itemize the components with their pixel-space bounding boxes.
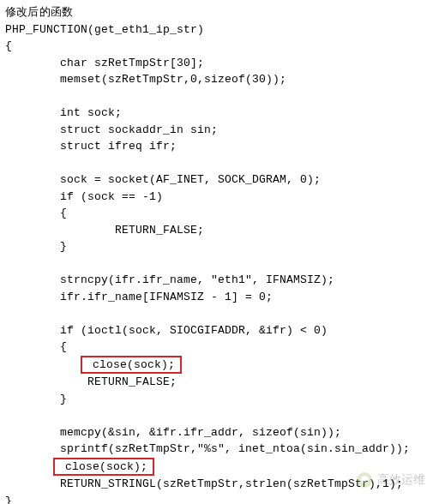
wechat-icon bbox=[357, 472, 372, 488]
code-indent bbox=[5, 460, 53, 473]
code-line: memcpy(&sin, &ifr.ifr_addr, sizeof(sin))… bbox=[5, 426, 341, 439]
code-line: memset(szRetTmpStr,0,sizeof(30)); bbox=[5, 73, 286, 86]
code-line: char szRetTmpStr[30]; bbox=[5, 57, 204, 69]
code-line: { bbox=[5, 39, 12, 52]
code-line: strncpy(ifr.ifr_name, "eth1", IFNAMSIZ); bbox=[5, 273, 334, 286]
code-indent bbox=[5, 358, 81, 371]
code-line: { bbox=[5, 207, 67, 219]
code-line: } bbox=[5, 393, 67, 405]
title-comment: 修改后的函数 bbox=[5, 5, 73, 18]
watermark-text: 高效运维 bbox=[377, 471, 425, 489]
code-line: RETURN_FALSE; bbox=[5, 224, 204, 237]
code-line: ifr.ifr_name[IFNAMSIZ - 1] = 0; bbox=[5, 291, 273, 303]
code-block: 修改后的函数 PHP_FUNCTION(get_eth1_ip_str) { c… bbox=[0, 0, 439, 504]
code-line: if (sock == -1) bbox=[5, 190, 163, 203]
code-line: PHP_FUNCTION(get_eth1_ip_str) bbox=[5, 23, 204, 36]
code-line: sprintf(szRetTmpStr,"%s", inet_ntoa(sin.… bbox=[5, 442, 410, 455]
code-line: { bbox=[5, 340, 67, 353]
code-line: struct ifreq ifr; bbox=[5, 140, 177, 153]
highlight-close-sock-2: close(sock); bbox=[53, 458, 154, 477]
highlight-close-sock-1: close(sock); bbox=[81, 356, 182, 375]
code-line: sock = socket(AF_INET, SOCK_DGRAM, 0); bbox=[5, 173, 321, 186]
code-line: int sock; bbox=[5, 106, 122, 119]
code-line: } bbox=[5, 240, 67, 253]
code-line: RETURN_FALSE; bbox=[5, 375, 177, 388]
code-line: struct sockaddr_in sin; bbox=[5, 123, 218, 136]
code-line: RETURN_STRINGL(szRetTmpStr,strlen(szRetT… bbox=[5, 477, 403, 490]
watermark: 高效运维 bbox=[357, 471, 425, 489]
code-line: } bbox=[5, 495, 12, 504]
code-line: if (ioctl(sock, SIOCGIFADDR, &ifr) < 0) bbox=[5, 324, 328, 337]
